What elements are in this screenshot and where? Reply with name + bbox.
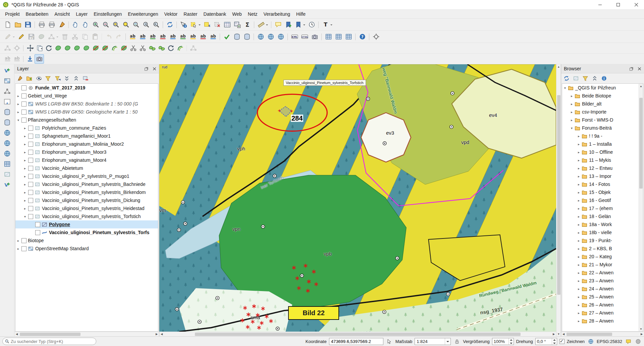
layer-visibility-checkbox[interactable]	[21, 118, 26, 123]
diagram-properties-button[interactable]	[208, 32, 218, 42]
rotate-point-symbols-button[interactable]	[166, 44, 175, 53]
zoom-in-button[interactable]	[91, 20, 101, 30]
expander-arrow[interactable]: ▸	[22, 150, 28, 154]
locator-input[interactable]	[11, 339, 94, 344]
expander-arrow[interactable]: ▾	[562, 86, 568, 90]
browser-item[interactable]: ▾ Forums-Beiträ	[562, 124, 639, 132]
browser-item[interactable]: ▸ 1 – Installa	[562, 140, 639, 148]
layer-visibility-checkbox[interactable]	[28, 126, 33, 131]
browser-hscrollbar[interactable]: ◀ ▶	[561, 332, 644, 336]
layer-tree-item[interactable]: ▸ WMS LGRB-BW BK50: Bodenkarte 1 : 50 00…	[15, 100, 158, 108]
magnifier-spinbox[interactable]: 100%	[492, 338, 514, 345]
field-calculator-button[interactable]	[232, 20, 242, 30]
zoom-to-layer-button[interactable]	[131, 20, 141, 30]
expander-arrow[interactable]: ▸	[22, 142, 28, 146]
messages-icon[interactable]	[625, 338, 632, 345]
vertex-tool-button[interactable]	[46, 32, 60, 42]
layer-visibility-checkbox[interactable]	[28, 190, 33, 195]
add-wcs-layer-button[interactable]	[2, 148, 12, 158]
layer-tree-item[interactable]: ▸ Eriophorum_vaginatum_Moor3	[15, 148, 158, 156]
filter-legend-button[interactable]	[44, 74, 52, 83]
browser-item[interactable]: ▸ 2 – KBS, B	[562, 245, 639, 253]
new-spatial-bookmark-button[interactable]	[283, 20, 293, 30]
temporal-controller-button[interactable]	[307, 20, 317, 30]
layer-tree-item[interactable]: Vaccinio_uliginosi_Pinetum_sylvestris_To…	[15, 228, 158, 236]
expander-arrow[interactable]: ▸	[22, 183, 28, 186]
import-layer-button[interactable]	[232, 32, 242, 42]
expander-arrow[interactable]: ▸	[576, 175, 582, 178]
status-indicator-icon[interactable]	[634, 338, 642, 345]
expander-arrow[interactable]: ▸	[576, 199, 582, 202]
move-label-tool-button[interactable]	[12, 54, 21, 64]
layer-tree-item[interactable]: ▸ WMS LGRB-BW GK50: Geologische Karte 1 …	[15, 108, 158, 116]
rotate-label-button[interactable]	[178, 32, 188, 42]
map-canvas[interactable]: weg "Bannwald Waldminer TorfstichRundweg…	[159, 64, 556, 332]
zoom-to-selection-button[interactable]	[121, 20, 131, 30]
add-part-button[interactable]	[72, 44, 82, 53]
browser-item[interactable]: ▸ 10 – Offline	[562, 148, 639, 156]
expander-arrow[interactable]: ▸	[576, 287, 582, 291]
undock-panel-button[interactable]	[143, 66, 149, 72]
copy-and-move-feature-button[interactable]	[35, 44, 44, 53]
export-layer-button[interactable]	[242, 32, 252, 42]
browser-item[interactable]: ▸ 16 - Geotif	[562, 196, 639, 204]
filter-by-expression-button[interactable]	[53, 74, 62, 83]
layer-tree-item[interactable]: ▸ Eriophorum_vaginatum_Molinia_Moor2	[15, 140, 158, 148]
layer-visibility-checkbox[interactable]	[21, 246, 26, 251]
export-kml-button[interactable]	[289, 32, 300, 42]
open-project-button[interactable]	[13, 20, 23, 30]
offset-point-symbol-button[interactable]	[175, 44, 185, 53]
zoom-next-button[interactable]	[151, 20, 161, 30]
redo-button[interactable]	[114, 32, 124, 42]
expander-arrow[interactable]: ▾	[569, 126, 575, 130]
layer-visibility-checkbox[interactable]	[28, 166, 33, 171]
cut-features-button[interactable]	[70, 32, 80, 42]
layer-tree-item[interactable]: Polygone	[15, 220, 158, 228]
add-feature-button[interactable]	[36, 32, 46, 42]
new-geopackage-layer-button[interactable]	[2, 169, 12, 179]
identify-features-button[interactable]	[178, 20, 189, 30]
add-xyz-layer-button[interactable]	[2, 159, 12, 169]
menu-item[interactable]: Datenbank	[201, 10, 229, 18]
add-selected-layers-button[interactable]	[572, 74, 580, 83]
layer-visibility-checkbox[interactable]	[21, 101, 26, 107]
locator-search[interactable]	[2, 338, 96, 345]
add-vector-layer-button[interactable]	[2, 65, 12, 75]
expander-arrow[interactable]: ▸	[569, 110, 575, 114]
expander-arrow[interactable]: ▸	[576, 263, 582, 267]
new-print-layout-button[interactable]	[37, 20, 47, 30]
layer-tree-item[interactable]: ▸ Sphagnetum_magellanici_Moor1	[15, 132, 158, 140]
render-checkbox[interactable]	[559, 339, 565, 344]
delete-selected-button[interactable]	[60, 32, 70, 42]
scroll-right-icon[interactable]: ▶	[154, 332, 159, 337]
select-features-button[interactable]	[189, 20, 202, 30]
browser-item[interactable]: ▸ 13 – Impor	[562, 172, 639, 180]
copy-features-button[interactable]	[80, 32, 90, 42]
expander-arrow[interactable]: ▸	[15, 102, 21, 106]
save-layer-edits-button[interactable]	[26, 32, 36, 42]
spin-up-icon[interactable]	[552, 338, 557, 342]
refresh-browser-button[interactable]	[562, 74, 571, 83]
layer-tree-item[interactable]: ▸ Gebiet_und_Wege	[15, 92, 158, 100]
add-wfs-layer-button[interactable]	[2, 138, 12, 148]
crs-icon[interactable]	[587, 338, 594, 345]
remove-layer-button[interactable]	[81, 74, 90, 83]
layer-tree-item[interactable]: ▸ Vaccinio_Abietetum	[15, 164, 158, 172]
change-label-tool-button[interactable]	[3, 54, 12, 64]
menu-item[interactable]: Web	[229, 10, 245, 18]
layer-labeling-button[interactable]	[127, 32, 138, 42]
browser-item[interactable]: ▸ 26 – Anwen	[562, 301, 639, 309]
deselect-features-button[interactable]	[212, 20, 222, 30]
expander-arrow[interactable]: ▸	[576, 134, 582, 138]
map-tips-button[interactable]	[273, 20, 283, 30]
collapse-all-button[interactable]	[590, 74, 599, 83]
minimize-button[interactable]	[592, 0, 608, 9]
expander-arrow[interactable]: ▸	[15, 110, 21, 114]
simplify-feature-button[interactable]	[53, 44, 63, 53]
show-bookmarks-button[interactable]	[293, 20, 307, 30]
layer-tree-item[interactable]: ▸ Polytrichum_commune_Fazies	[15, 124, 158, 132]
layer-tree-item[interactable]: ▾ Vaccinio_uliginosi_Pinetum_sylvestris_…	[15, 212, 158, 220]
crosshair-tool-button[interactable]	[371, 32, 381, 42]
metasearch-button[interactable]	[256, 32, 266, 42]
browser-item[interactable]: ▸ 18b - vielle	[562, 228, 639, 236]
